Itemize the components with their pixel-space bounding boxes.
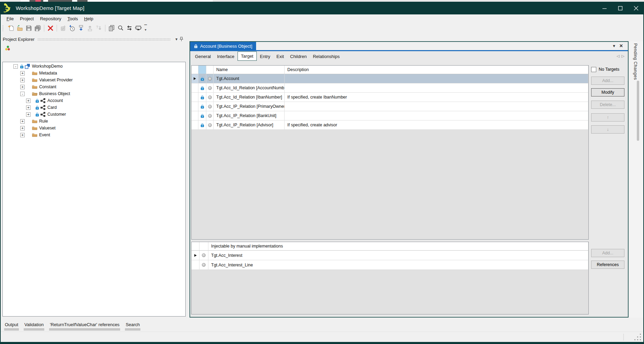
no-targets-option[interactable]: No Targets <box>591 67 629 72</box>
status-radio-icon <box>208 77 212 81</box>
tree-item-metadata[interactable]: + Metadata <box>3 70 185 77</box>
tree-item-valueset[interactable]: + Valueset <box>3 125 185 131</box>
pin-icon[interactable] <box>180 37 186 42</box>
expand-toggle-icon[interactable]: + <box>26 105 31 110</box>
tree-item-valueset-provider[interactable]: + Valueset Provider <box>3 77 185 83</box>
injectable-row[interactable]: Tgt.Acc_Interest_Line <box>192 260 588 270</box>
tree-item-label: Business Object <box>39 91 70 96</box>
toolbar-overflow-icon[interactable]: ▔▾ <box>143 25 148 31</box>
collapse-toggle-icon[interactable]: - <box>13 64 18 69</box>
add-target-button[interactable]: Add... <box>591 77 624 85</box>
expand-toggle-icon[interactable]: + <box>26 112 31 117</box>
tab-scroll-right-icon[interactable]: ▷ <box>622 54 624 58</box>
tree-item-rule[interactable]: + Rule <box>3 118 185 125</box>
tree-item-card[interactable]: + Card <box>3 104 185 111</box>
tree-item-workshopdemo[interactable]: - WorkshopDemo <box>3 63 185 70</box>
tree-item-business-object[interactable]: - Business Object <box>3 90 185 97</box>
minimize-button[interactable] <box>597 2 612 14</box>
tree-item-account[interactable]: + Account <box>3 97 185 104</box>
menu-help[interactable]: Help <box>81 14 96 23</box>
get-latest-icon[interactable] <box>77 24 85 32</box>
new-project-icon[interactable] <box>7 24 15 32</box>
expand-toggle-icon[interactable]: + <box>20 126 25 130</box>
no-targets-label: No Targets <box>599 67 619 72</box>
tree-item-label: Card <box>47 105 57 110</box>
project-explorer-header[interactable]: Project Explorer ▾ <box>3 36 186 43</box>
injectables-column-header[interactable]: Injectable by manual implementations <box>208 242 588 251</box>
expand-toggle-icon[interactable]: + <box>20 71 25 76</box>
document-menu-icon[interactable]: ▾ <box>613 43 616 48</box>
target-row[interactable]: Tgt.Acc_IP_Relation [Advisor] If specifi… <box>192 121 588 130</box>
tree-item-event[interactable]: + Event <box>3 131 185 138</box>
references-button[interactable]: References <box>591 261 624 269</box>
no-targets-checkbox[interactable] <box>591 67 596 72</box>
menu-tools[interactable]: Tools <box>65 14 81 23</box>
menu-project[interactable]: Project <box>17 14 37 23</box>
tab-validation[interactable]: Validation <box>24 322 44 331</box>
tab-target[interactable]: Target <box>238 51 257 61</box>
move-down-button[interactable]: ↓ <box>591 125 624 134</box>
expand-toggle-icon[interactable]: + <box>20 133 25 137</box>
injectable-row[interactable]: Tgt.Acc_Interest <box>192 251 588 260</box>
undo-checkout-icon[interactable]: ? <box>94 24 103 32</box>
open-icon[interactable] <box>15 24 24 32</box>
tab-exit[interactable]: Exit <box>273 53 287 61</box>
toolbar-grip[interactable] <box>2 25 4 31</box>
resize-grip[interactable] <box>632 333 642 341</box>
status-legend-icon[interactable] <box>5 45 11 51</box>
move-up-button[interactable]: ↑ <box>591 113 624 122</box>
export-icon[interactable] <box>134 24 143 32</box>
document-tab-account[interactable]: Account [Business Object] <box>190 42 256 50</box>
panel-menu-icon[interactable]: ▾ <box>173 37 180 42</box>
target-row[interactable]: Tgt.Acc_IP_Relation [BankUnit] <box>192 111 588 121</box>
status-separator <box>623 334 624 341</box>
tab-output[interactable]: Output <box>4 322 19 331</box>
search-icon[interactable] <box>116 24 125 32</box>
delete-target-button[interactable]: Delete... <box>591 101 624 109</box>
synchronize-icon[interactable] <box>125 24 134 32</box>
description-column-header[interactable]: Description <box>285 66 588 74</box>
name-column-header[interactable]: Name <box>214 66 285 74</box>
titlebar[interactable]: WorkshopDemo [Target Map] <box>0 2 644 14</box>
tree-item-customer[interactable]: + Customer <box>3 111 185 118</box>
status-radio-icon <box>202 263 206 267</box>
tab-references[interactable]: 'ReturnTrueIfValueChar' references <box>49 322 120 331</box>
expand-toggle-icon[interactable]: + <box>26 99 31 103</box>
modify-target-button[interactable]: Modify <box>591 88 624 96</box>
menu-file[interactable]: File <box>3 14 17 23</box>
panel-grip[interactable] <box>37 38 170 41</box>
tab-children[interactable]: Children <box>287 53 310 61</box>
collapse-toggle-icon[interactable]: - <box>20 92 25 96</box>
pending-changes-tab[interactable]: Pending Changes <box>633 43 638 80</box>
expand-toggle-icon[interactable]: + <box>20 78 25 82</box>
delete-icon[interactable] <box>46 24 55 32</box>
menu-repository[interactable]: Repository <box>37 14 64 23</box>
tab-general[interactable]: General <box>192 53 214 61</box>
status-radio-icon <box>208 105 212 108</box>
add-injectable-button[interactable]: Add... <box>591 249 624 257</box>
target-row[interactable]: Tgt.Acc_Id_Relation [AccountNumber] <box>192 83 588 93</box>
main-toolbar: ? ▔▾ <box>0 23 644 33</box>
edit-icon[interactable] <box>59 24 68 32</box>
expand-toggle-icon[interactable]: + <box>20 85 25 89</box>
tree-item-constant[interactable]: + Constant <box>3 83 185 90</box>
close-button[interactable] <box>628 2 644 14</box>
save-icon[interactable] <box>24 24 33 32</box>
maximize-button[interactable] <box>612 2 628 14</box>
tab-interface[interactable]: Interface <box>214 53 238 61</box>
tab-entry[interactable]: Entry <box>257 53 273 61</box>
target-row[interactable]: Tgt.Account <box>192 74 588 83</box>
tab-search[interactable]: Search <box>125 322 140 331</box>
report-icon[interactable] <box>107 24 116 32</box>
expand-toggle-icon[interactable]: + <box>20 119 25 124</box>
document-close-icon[interactable]: ✕ <box>619 43 623 48</box>
target-row[interactable]: Tgt.Acc_Id_Relation [IbanNumber] If spec… <box>192 93 588 102</box>
check-in-icon[interactable] <box>85 24 94 32</box>
target-row[interactable]: Tgt.Acc_IP_Relation [PrimaryOwner] <box>192 102 588 111</box>
folder-icon <box>32 77 37 83</box>
tab-relationships[interactable]: Relationships <box>310 53 343 61</box>
history-get-icon[interactable] <box>68 24 77 32</box>
save-all-icon[interactable] <box>33 24 42 32</box>
tab-scroll-left-icon[interactable]: ◁ <box>617 54 619 58</box>
scrollbar-thumb[interactable] <box>637 81 639 141</box>
